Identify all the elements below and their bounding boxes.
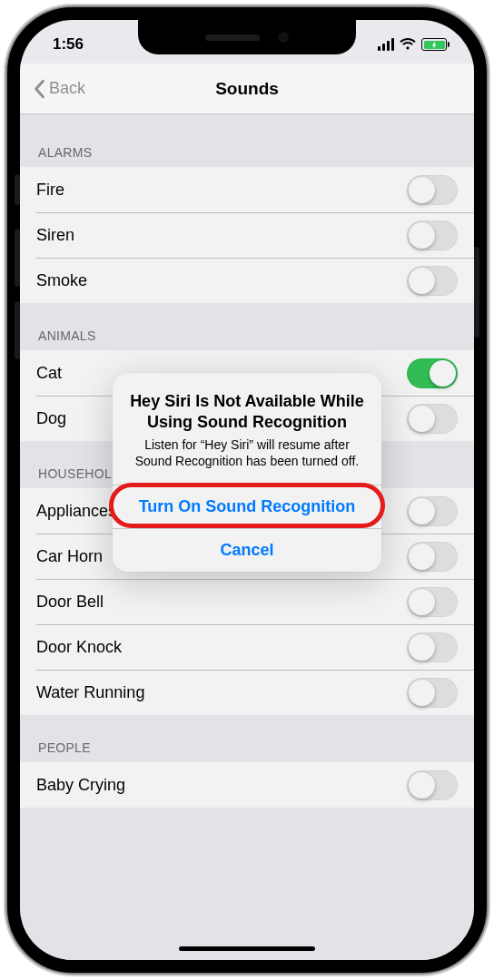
phone-bezel: 1:56 Back Sounds ALARMS Fire	[7, 7, 487, 973]
alert-backdrop: Hey Siri Is Not Available While Using So…	[20, 20, 474, 960]
alert-dialog: Hey Siri Is Not Available While Using So…	[113, 373, 381, 572]
device-notch	[138, 20, 356, 54]
speaker-grille	[205, 34, 260, 41]
alert-cancel-button[interactable]: Cancel	[113, 528, 381, 572]
alert-confirm-button[interactable]: Turn On Sound Recognition	[113, 485, 381, 528]
front-camera	[278, 32, 289, 43]
side-button	[474, 247, 479, 338]
screen: 1:56 Back Sounds ALARMS Fire	[20, 20, 474, 960]
alert-title: Hey Siri Is Not Available While Using So…	[129, 391, 365, 433]
alert-body: Hey Siri Is Not Available While Using So…	[113, 373, 381, 485]
home-indicator[interactable]	[179, 946, 315, 951]
alert-message: Listen for “Hey Siri” will resume after …	[129, 436, 365, 470]
